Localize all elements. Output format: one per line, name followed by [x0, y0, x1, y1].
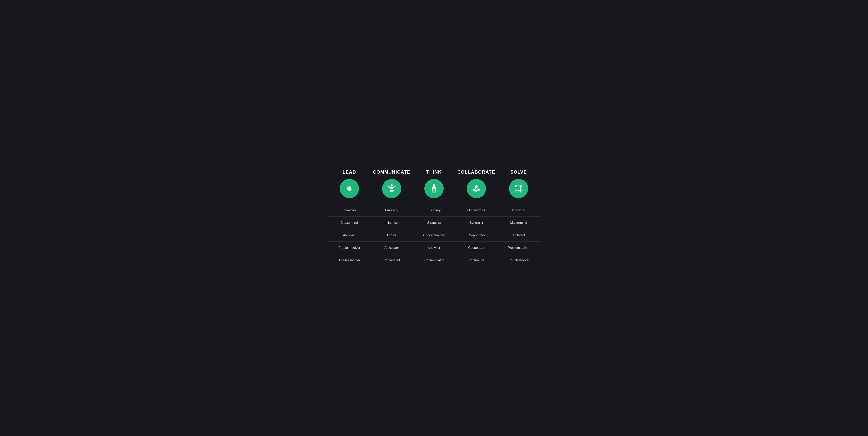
svg-point-32 — [521, 188, 522, 189]
svg-point-6 — [391, 184, 393, 187]
cell-collaborate-row4: Contributor — [455, 254, 497, 266]
cell-collaborate-row3: Cooperator — [455, 241, 497, 254]
cell-lead-row4: Troubleshooter — [328, 254, 371, 266]
cell-think-row1: Strategist — [413, 216, 455, 229]
col-icon-collaborate — [467, 179, 486, 198]
svg-line-9 — [393, 187, 395, 188]
main-container: LEAD COMMUNICATE THINK — [328, 170, 540, 266]
svg-point-35 — [518, 191, 519, 192]
cell-think-row2: Conceptualizer — [413, 229, 455, 241]
svg-rect-11 — [390, 191, 393, 192]
cell-lead-row2: Architect — [328, 229, 371, 241]
cell-collaborate-row1: Synergist — [455, 216, 497, 229]
col-title-communicate: COMMUNICATE — [373, 170, 410, 175]
cell-communicate-row3: Articulator — [371, 241, 413, 254]
svg-point-26 — [516, 185, 517, 187]
cell-think-row4: Contemplator — [413, 254, 455, 266]
col-header-think: THINK — [413, 170, 455, 204]
col-header-communicate: COMMUNICATE — [371, 170, 413, 204]
col-icon-solve — [509, 179, 528, 198]
col-header-solve: SOLVE — [497, 170, 540, 204]
cell-communicate-row0: Emissary — [371, 204, 413, 216]
skills-grid: LEAD COMMUNICATE THINK — [328, 170, 540, 266]
svg-rect-7 — [391, 187, 393, 189]
cell-solve-row4: Troubleshooter — [497, 254, 540, 266]
cell-communicate-row1: Influencer — [371, 216, 413, 229]
cell-solve-row2: Architect — [497, 229, 540, 241]
cell-collaborate-row2: Collaborator — [455, 229, 497, 241]
svg-line-8 — [389, 187, 391, 188]
cell-solve-row1: Mastermind — [497, 216, 540, 229]
col-title-think: THINK — [426, 170, 442, 175]
svg-point-29 — [521, 185, 522, 187]
col-icon-think — [424, 179, 444, 198]
cell-lead-row1: Mastermind — [328, 216, 371, 229]
svg-rect-13 — [432, 192, 436, 193]
cell-solve-row0: Innovator — [497, 204, 540, 216]
col-title-lead: LEAD — [343, 170, 356, 175]
cell-communicate-row2: Orator — [371, 229, 413, 241]
svg-point-12 — [433, 184, 435, 186]
col-icon-lead — [340, 179, 359, 198]
col-title-collaborate: COLLABORATE — [458, 170, 495, 175]
cell-collaborate-row0: Orchestrator — [455, 204, 497, 216]
col-title-solve: SOLVE — [510, 170, 527, 175]
col-header-lead: LEAD — [328, 170, 371, 204]
cell-lead-row3: Problem-solver — [328, 241, 371, 254]
svg-rect-10 — [390, 190, 394, 191]
cell-solve-row3: Problem-solver — [497, 241, 540, 254]
cell-communicate-row4: Conversant — [371, 254, 413, 266]
svg-point-14 — [475, 185, 478, 188]
cell-think-row0: Visionary — [413, 204, 455, 216]
col-icon-communicate — [382, 179, 401, 198]
col-header-collaborate: COLLABORATE — [455, 170, 497, 204]
cell-think-row3: Analyzer — [413, 241, 455, 254]
cell-lead-row0: Innovator — [328, 204, 371, 216]
svg-point-5 — [348, 188, 350, 190]
